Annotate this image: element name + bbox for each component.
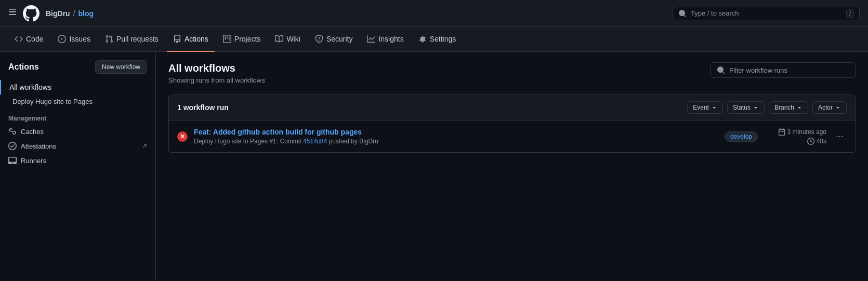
main-content: All workflows Showing runs from all work…	[156, 52, 868, 281]
duration-text: 40s	[817, 138, 826, 145]
tab-settings-label: Settings	[430, 35, 456, 43]
workflow-table-header: 1 workflow run Event Status Branch	[169, 95, 855, 121]
run-more-button[interactable]: ···	[833, 129, 847, 144]
tab-pull-requests-label: Pull requests	[116, 35, 159, 43]
actions-icon	[173, 35, 181, 43]
content-title-area: All workflows Showing runs from all work…	[168, 62, 265, 84]
caches-label: Caches	[21, 128, 44, 136]
breadcrumb: BigDru / blog	[46, 9, 94, 18]
event-filter-chevron	[711, 104, 717, 111]
breadcrumb-separator: /	[73, 9, 75, 18]
global-search[interactable]: Type / to search /	[673, 7, 860, 20]
workflow-table: 1 workflow run Event Status Branch	[168, 95, 856, 153]
tab-wiki[interactable]: Wiki	[269, 27, 306, 52]
issues-icon	[58, 35, 66, 43]
run-pusher: BigDru	[359, 138, 378, 145]
status-filter-chevron	[753, 104, 759, 111]
hamburger-icon[interactable]	[8, 8, 17, 19]
run-info: Feat: Added github action build for gith…	[194, 128, 718, 145]
run-commit-link[interactable]: 4514c84	[303, 138, 327, 145]
pull-request-icon	[105, 35, 113, 43]
runners-label: Runners	[21, 157, 46, 165]
branch-tag[interactable]: develop	[725, 131, 758, 142]
tab-actions-label: Actions	[185, 35, 208, 43]
sidebar-item-deploy-hugo[interactable]: Deploy Hugo site to Pages	[0, 95, 155, 109]
security-icon	[315, 35, 323, 43]
wiki-icon	[275, 35, 283, 43]
event-filter-label: Event	[693, 104, 709, 111]
topnav-left: BigDru / blog	[8, 5, 664, 22]
calendar-icon	[778, 128, 785, 136]
branch-filter-chevron	[796, 104, 803, 111]
runners-left: Runners	[8, 156, 46, 165]
tab-pull-requests[interactable]: Pull requests	[99, 27, 165, 52]
content-title: All workflows	[168, 62, 265, 74]
search-kbd: /	[846, 9, 854, 18]
attestations-icon	[8, 142, 17, 150]
attestations-left: Attestations	[8, 142, 56, 150]
caches-left: Caches	[8, 127, 44, 136]
tab-insights[interactable]: Insights	[361, 27, 410, 52]
tab-actions[interactable]: Actions	[167, 27, 215, 52]
run-duration: 40s	[807, 138, 826, 145]
code-icon	[15, 35, 23, 43]
event-filter-button[interactable]: Event	[687, 101, 723, 114]
tab-security[interactable]: Security	[309, 27, 359, 52]
error-status-badge: ✕	[177, 131, 188, 142]
sidebar-title: Actions	[8, 62, 39, 72]
workflow-count: 1 workflow run	[177, 103, 229, 112]
attestations-label: Attestations	[21, 142, 56, 150]
tab-code[interactable]: Code	[8, 27, 49, 52]
sidebar-item-attestations[interactable]: Attestations ↗	[0, 139, 155, 153]
tab-projects[interactable]: Projects	[217, 27, 267, 52]
filter-search-icon	[717, 66, 725, 74]
github-logo	[23, 5, 40, 22]
sidebar-all-workflows-label: All workflows	[9, 83, 51, 91]
run-status-icon: ✕	[177, 131, 188, 142]
main-layout: Actions New workflow All workflows Deplo…	[0, 52, 868, 281]
status-filter-label: Status	[733, 104, 751, 111]
tab-wiki-label: Wiki	[286, 35, 300, 43]
tab-security-label: Security	[326, 35, 353, 43]
new-workflow-button[interactable]: New workflow	[95, 60, 147, 74]
breadcrumb-repo[interactable]: blog	[78, 9, 94, 18]
tab-issues[interactable]: Issues	[51, 27, 96, 52]
tab-projects-label: Projects	[234, 35, 261, 43]
breadcrumb-user[interactable]: BigDru	[46, 9, 70, 18]
projects-icon	[223, 35, 231, 43]
sidebar-management-label: Management	[0, 109, 155, 124]
sidebar-item-runners[interactable]: Runners	[0, 153, 155, 168]
search-icon	[678, 9, 687, 18]
top-nav: BigDru / blog Type / to search /	[0, 0, 868, 27]
run-number: #1: Commit	[269, 138, 303, 145]
settings-icon	[418, 35, 427, 43]
sidebar-item-caches[interactable]: Caches	[0, 124, 155, 139]
filter-search[interactable]	[710, 62, 856, 78]
repo-nav: Code Issues Pull requests Actions Projec…	[0, 27, 868, 52]
run-time: 3 minutes ago 40s	[764, 128, 826, 145]
tab-code-label: Code	[26, 35, 43, 43]
content-header: All workflows Showing runs from all work…	[168, 62, 856, 84]
clock-icon	[807, 138, 814, 145]
sidebar-header: Actions New workflow	[0, 60, 155, 80]
run-title[interactable]: Feat: Added github action build for gith…	[194, 128, 718, 136]
table-row: ✕ Feat: Added github action build for gi…	[169, 121, 855, 152]
time-ago-text: 3 minutes ago	[787, 128, 826, 136]
run-time-ago: 3 minutes ago	[778, 128, 826, 136]
filter-buttons: Event Status Branch Actor	[687, 101, 847, 114]
tab-issues-label: Issues	[69, 35, 90, 43]
content-subtitle: Showing runs from all workflows	[168, 76, 265, 84]
insights-icon	[367, 35, 375, 43]
sidebar: Actions New workflow All workflows Deplo…	[0, 52, 156, 281]
branch-filter-button[interactable]: Branch	[769, 101, 808, 114]
tab-insights-label: Insights	[378, 35, 403, 43]
run-branch: develop	[725, 131, 758, 142]
actor-filter-button[interactable]: Actor	[812, 101, 847, 114]
run-pusher-text: pushed by	[329, 138, 360, 145]
sidebar-item-all-workflows[interactable]: All workflows	[0, 80, 155, 95]
branch-filter-label: Branch	[774, 104, 794, 111]
filter-input[interactable]	[729, 66, 849, 74]
status-filter-button[interactable]: Status	[727, 101, 765, 114]
tab-settings[interactable]: Settings	[412, 27, 463, 52]
runners-icon	[8, 156, 17, 165]
